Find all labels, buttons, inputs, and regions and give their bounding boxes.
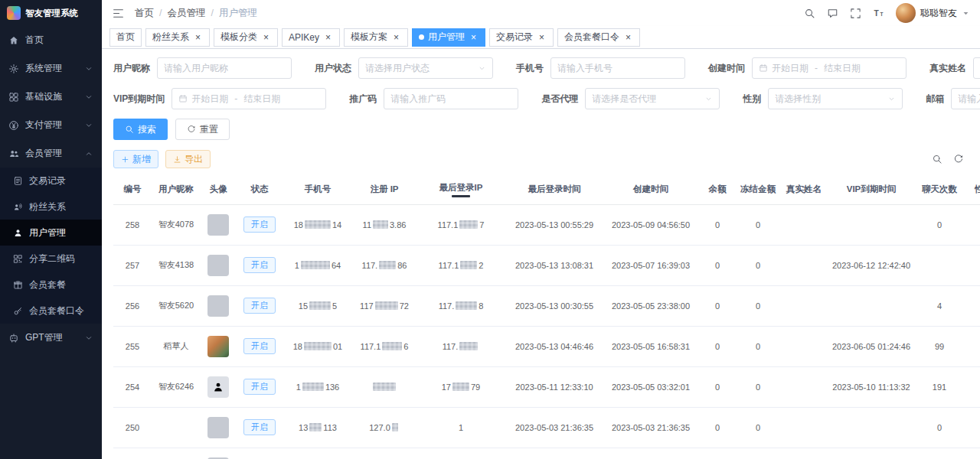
filter-row: 用户昵称请输入用户昵称用户状态请选择用户状态手机号请输入手机号创建时间开始日期-… — [113, 57, 969, 79]
gender-select[interactable]: 请选择性别 — [768, 88, 903, 109]
tab-close-icon[interactable]: × — [323, 32, 333, 42]
column-header-label: 用户昵称 — [158, 184, 194, 194]
cell-status: 开启 — [236, 245, 283, 285]
placeholder-text: 请输入用户昵称 — [164, 62, 228, 75]
tab-item[interactable]: 用户管理× — [412, 28, 485, 47]
blurred-text — [456, 301, 477, 310]
tab-close-icon[interactable]: × — [193, 32, 203, 42]
sidebar-item[interactable]: 会员管理 — [0, 139, 102, 168]
sidebar-item[interactable]: 首页 — [0, 26, 102, 54]
create-time-daterange[interactable]: 开始日期-结束日期 — [752, 57, 906, 79]
user-avatar — [207, 255, 229, 276]
tab-item[interactable]: 首页 — [109, 28, 142, 47]
tab-item[interactable]: 模板分类× — [214, 28, 278, 47]
sidebar-item-label: 支付管理 — [25, 119, 62, 132]
tab-item[interactable]: 交易记录× — [489, 28, 554, 47]
message-icon[interactable] — [827, 8, 838, 19]
real-name-input[interactable]: 请输入真实姓名 — [973, 57, 980, 79]
sidebar-item[interactable]: 基础设施 — [0, 83, 102, 111]
status-badge[interactable]: 开启 — [243, 257, 276, 273]
redacted-text-fragment: 64 — [332, 261, 341, 270]
tab-item[interactable]: 模板方案× — [344, 28, 408, 47]
blurred-text — [373, 220, 388, 229]
email-input[interactable]: 请输入邮箱 — [951, 88, 980, 109]
tab-item[interactable]: 粉丝关系× — [145, 28, 210, 47]
tab-label: 模板方案 — [351, 31, 387, 44]
user-status-select[interactable]: 请选择用户状态 — [358, 57, 493, 79]
user-menu[interactable]: 聪聪智友 — [896, 3, 970, 23]
chevron-down-icon — [84, 121, 93, 130]
search-button[interactable]: 搜索 — [113, 119, 168, 140]
cell-real_name — [779, 285, 828, 326]
sidebar-item[interactable]: 系统管理 — [0, 54, 102, 83]
column-header-label: 手机号 — [305, 184, 332, 194]
reset-button[interactable]: 重置 — [175, 119, 230, 140]
placeholder-text: 请输入推广码 — [390, 93, 446, 106]
vip-expire-daterange[interactable]: 开始日期-结束日期 — [172, 88, 326, 109]
sidebar-subitem[interactable]: 用户管理 — [0, 220, 102, 246]
promo-code-input[interactable]: 请输入推广码 — [384, 88, 518, 109]
text-size-icon[interactable]: TT — [873, 8, 884, 19]
tab-close-icon[interactable]: × — [537, 32, 547, 42]
cell-nickname: 智友5620 — [152, 285, 201, 326]
column-header: 编号 — [113, 175, 152, 204]
cell-balance: 0 — [698, 245, 737, 285]
tab-close-icon[interactable]: × — [623, 32, 633, 42]
tab-close-icon[interactable]: × — [261, 32, 271, 42]
chevron-down-icon — [84, 334, 93, 343]
cell-avatar — [201, 326, 236, 366]
breadcrumb: 首页 / 会员管理 / 用户管理 — [135, 7, 257, 20]
column-header-label: 聊天次数 — [922, 184, 957, 194]
tab-label: 模板分类 — [220, 31, 257, 44]
cell-id: 257 — [113, 245, 152, 285]
sidebar-item[interactable]: GPT管理 — [0, 324, 102, 352]
toggle-search-icon[interactable] — [932, 154, 942, 164]
tab-item[interactable]: APIKey× — [282, 28, 340, 47]
status-badge[interactable]: 开启 — [243, 298, 276, 314]
sidebar-item-label: 用户管理 — [29, 226, 66, 239]
status-badge[interactable]: 开启 — [243, 379, 276, 395]
add-button[interactable]: 新增 — [113, 150, 158, 168]
refresh-table-icon[interactable] — [953, 154, 964, 164]
export-button[interactable]: 导出 — [165, 150, 211, 168]
blurred-text — [302, 382, 324, 391]
cell-frozen: 0 — [737, 366, 779, 407]
column-header[interactable]: 最后登录IP — [416, 175, 505, 204]
package-icon — [13, 280, 23, 290]
sidebar-item[interactable]: 支付管理 — [0, 111, 102, 139]
redacted-text-fragment: 117. — [439, 301, 455, 311]
cell-vip_expire: 2023-06-05 01:24:46 — [828, 326, 914, 366]
sidebar-subitem[interactable]: 分享二维码 — [0, 246, 102, 272]
search-icon[interactable] — [804, 8, 815, 19]
tab-item[interactable]: 会员套餐口令× — [557, 28, 640, 47]
status-badge[interactable]: 开启 — [243, 419, 276, 435]
sidebar-subitem[interactable]: 粉丝关系 — [0, 194, 102, 220]
user-avatar — [207, 376, 229, 398]
breadcrumb-item[interactable]: 首页 — [135, 7, 154, 20]
blurred-text — [379, 261, 396, 269]
sidebar-item-label: 交易记录 — [29, 174, 66, 187]
blurred-text — [301, 261, 330, 269]
breadcrumb-item[interactable]: 会员管理 — [167, 7, 205, 20]
home-icon — [8, 35, 19, 46]
status-badge[interactable]: 开启 — [243, 216, 276, 233]
column-header-label: 状态 — [251, 184, 269, 194]
is-agent-select[interactable]: 请选择是否代理 — [585, 88, 720, 109]
cell-real_name — [779, 407, 828, 448]
cell-balance: 0 — [698, 448, 737, 459]
nickname-input[interactable]: 请输入用户昵称 — [157, 57, 292, 79]
app-logo[interactable]: 智友管理系统 — [0, 0, 102, 26]
fullscreen-icon[interactable] — [850, 8, 861, 19]
phone-input[interactable]: 请输入手机号 — [550, 57, 685, 79]
tab-close-icon[interactable]: × — [469, 32, 479, 42]
sidebar-subitem[interactable]: 会员套餐口令 — [0, 298, 102, 324]
sidebar-subitem[interactable]: 会员套餐 — [0, 272, 102, 298]
status-badge[interactable]: 开启 — [243, 338, 276, 354]
svg-text:T: T — [874, 9, 880, 18]
sidebar-toggle-icon[interactable] — [112, 7, 125, 20]
sidebar-subitem[interactable]: 交易记录 — [0, 168, 102, 194]
cell-last_login: 2023-05-13 04:46:46 — [505, 326, 603, 366]
grid-icon — [8, 92, 19, 103]
blurred-text — [382, 342, 402, 350]
tab-close-icon[interactable]: × — [391, 32, 401, 42]
